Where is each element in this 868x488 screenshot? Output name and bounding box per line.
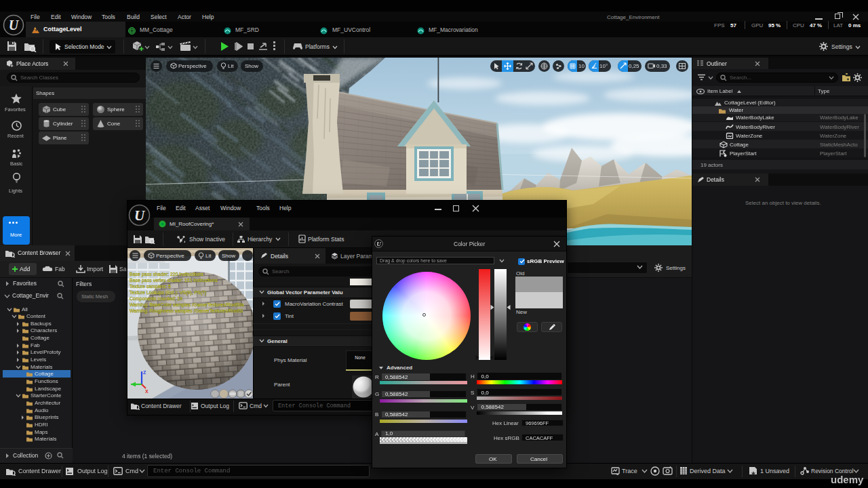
svg-text:Texture Lookups (Est.): VS(9),: Texture Lookups (Est.): VS(9), PS(7) (130, 290, 207, 296)
svg-text:U: U (9, 18, 20, 33)
svg-text:Texture samplers: 5: Texture samplers: 5 (130, 284, 171, 289)
svg-text:U: U (376, 241, 381, 247)
svg-text:Z: Z (143, 370, 146, 375)
svg-text:X: X (145, 389, 149, 394)
svg-text:Base pass vertex shader: 151 i: Base pass vertex shader: 151 instruction… (130, 278, 218, 283)
svg-text:Components counted: 19: Components counted: 19 (130, 296, 182, 302)
svg-text:Warning: BaseColor samples /Ga: Warning: BaseColor samples /Game/Texture… (130, 302, 244, 308)
svg-text:U: U (134, 207, 146, 224)
svg-text:Warning: Roughness samples /Ga: Warning: Roughness samples /Game/Texture… (130, 308, 243, 314)
svg-text:Base pass shader: 220 instruct: Base pass shader: 220 instructions (130, 272, 203, 277)
